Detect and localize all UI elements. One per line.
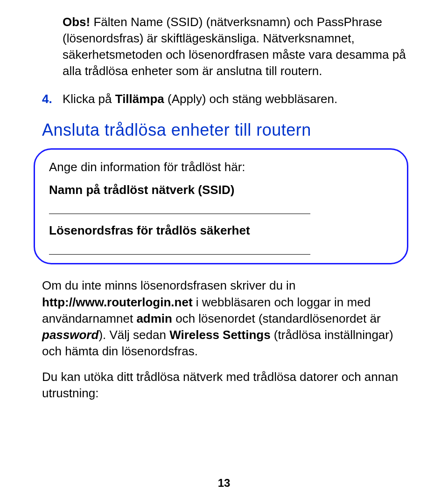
ssid-input-line[interactable] (49, 200, 310, 214)
passphrase-label: Lösenordsfras för trådlös säkerhet (49, 223, 393, 238)
step-number: 4. (42, 91, 63, 107)
help-c: och lösenordet (standardlösenordet är (172, 311, 381, 325)
page-number: 13 (0, 477, 448, 490)
step-4: 4. Klicka på Tillämpa (Apply) och stäng … (42, 91, 413, 107)
step4-bold: Tillämpa (115, 92, 164, 106)
ssid-label: Namn på trådlöst nätverk (SSID) (49, 183, 393, 197)
step4-post: (Apply) och stäng webbläsaren. (164, 92, 337, 106)
help-wireless-settings: Wireless Settings (169, 328, 271, 342)
passphrase-input-line[interactable] (49, 241, 310, 255)
obs-label: Obs! (63, 15, 90, 29)
obs-text: Fälten Name (SSID) (nätverksnamn) och Pa… (63, 15, 406, 78)
help-d: ). Välj sedan (98, 328, 169, 342)
section-heading: Ansluta trådlösa enheter till routern (42, 120, 413, 140)
paragraph-help: Om du inte minns lösenordsfrasen skriver… (42, 277, 413, 359)
paragraph-extend: Du kan utöka ditt trådlösa nätverk med t… (42, 369, 413, 401)
help-a: Om du inte minns lösenordsfrasen skriver… (42, 278, 295, 292)
step4-pre: Klicka på (63, 92, 115, 106)
help-admin: admin (136, 311, 172, 325)
paragraph-note: Obs! Fälten Name (SSID) (nätverksnamn) o… (63, 14, 413, 79)
help-password: password (42, 328, 98, 342)
step-text: Klicka på Tillämpa (Apply) och stäng web… (63, 91, 413, 107)
callout-box: Ange din information för trådlöst här: N… (34, 148, 408, 264)
help-url: http://www.routerlogin.net (42, 295, 193, 309)
callout-intro: Ange din information för trådlöst här: (49, 160, 393, 174)
